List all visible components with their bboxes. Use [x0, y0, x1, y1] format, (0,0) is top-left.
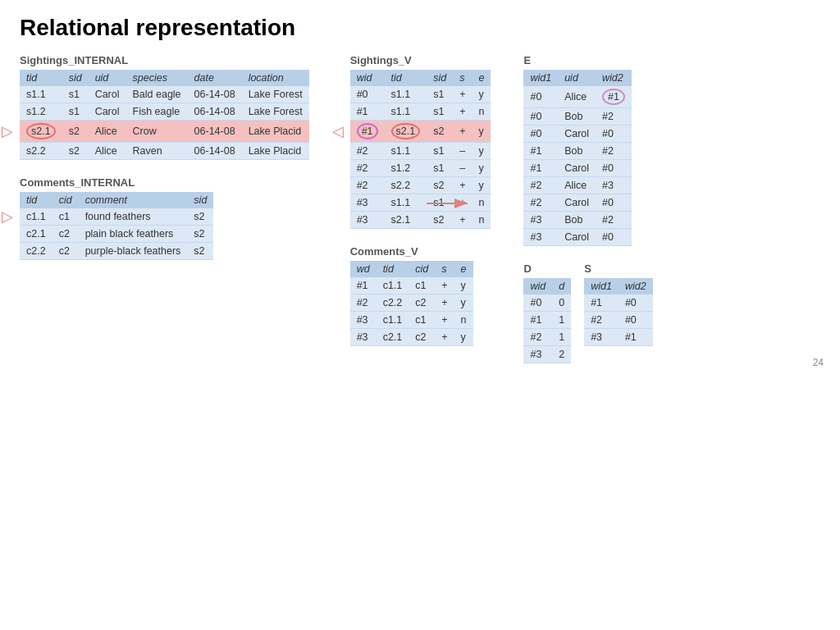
- e-table-section: E wid1 uid wid2 #0 Alice: [523, 54, 652, 246]
- col-wid1: wid1: [584, 278, 619, 294]
- page: Relational representation Sightings_INTE…: [0, 0, 840, 378]
- table-row: #3 #1: [584, 329, 652, 346]
- col-tid: tid: [377, 261, 409, 277]
- col-tid: tid: [20, 192, 52, 208]
- col-s: s: [435, 261, 454, 277]
- table-row: c2.2 c2 purple-black feathers s2: [20, 243, 213, 260]
- table-row: #3 s2.1 s2 + n: [350, 212, 491, 229]
- col-uid: uid: [89, 70, 126, 86]
- col-sid: sid: [62, 70, 89, 86]
- highlighted-row: #1 s2.1 ◁ s2 + y: [350, 121, 491, 143]
- d-table-section: D wid d #0 0: [523, 262, 571, 363]
- col-cid: cid: [409, 261, 435, 277]
- comments-internal-section: Comments_INTERNAL tid cid comment sid: [20, 176, 309, 260]
- comments-v-title: Comments_V: [350, 245, 491, 258]
- comments-v-table: wd tid cid s e #1 c1.1 c1 +: [350, 261, 473, 346]
- table-row: s2.2 s2 Alice Raven 06-14-08 Lake Placid: [20, 143, 309, 160]
- sightings-internal-table: tid sid uid species date location s1.1 s…: [20, 70, 309, 160]
- table-row: #2 1: [523, 329, 571, 346]
- col-wid1: wid1: [523, 70, 558, 86]
- table-row: #0 0: [523, 294, 571, 312]
- table-row: #1 Bob #2: [523, 143, 632, 160]
- col-cid: cid: [52, 192, 79, 208]
- col-location: location: [242, 70, 309, 86]
- col-wid: wid: [523, 278, 552, 294]
- sightings-v-section: Sightings_V wid tid sid s e #0: [350, 54, 491, 229]
- table-row: #1 1: [523, 312, 571, 329]
- d-table-title: D: [523, 262, 571, 275]
- s-table-title: S: [584, 262, 652, 275]
- sightings-v-table: wid tid sid s e #0 s1.1 s1 +: [350, 70, 491, 229]
- col-tid: tid: [20, 70, 62, 86]
- table-row: #3 2: [523, 346, 571, 363]
- col-e: e: [472, 70, 491, 86]
- table-row: #3 Bob #2: [523, 212, 632, 229]
- table-row: #2 Alice #3: [523, 177, 632, 194]
- col-wd: wd: [350, 261, 377, 277]
- col-comment: comment: [79, 192, 188, 208]
- table-row: s1.1 s1 Carol Bald eagle 06-14-08 Lake F…: [20, 86, 309, 103]
- sightings-internal-title: Sightings_INTERNAL: [20, 54, 309, 66]
- col-uid: uid: [558, 70, 596, 86]
- col-wid2: wid2: [619, 278, 653, 294]
- table-row: #2 s2.2 s2 + y: [350, 177, 491, 194]
- col-e: e: [454, 261, 473, 277]
- comments-v-section: Comments_V wd tid cid s e #1: [350, 245, 491, 346]
- e-table: wid1 uid wid2 #0 Alice #1: [523, 70, 632, 246]
- highlighted-row: c1.1 ▷ c1 found feathers s2: [20, 208, 213, 226]
- table-row: #3 c1.1 c1 + n: [350, 312, 473, 329]
- table-row: #1 c1.1 c1 + y: [350, 277, 473, 294]
- table-row: #1 Carol #0: [523, 160, 632, 177]
- table-row: #3 s1.1 s1 + n: [350, 194, 491, 212]
- comments-internal-title: Comments_INTERNAL: [20, 176, 309, 189]
- table-row: #3 Carol #0: [523, 229, 632, 246]
- table-row: #3 c2.1 c2 + y: [350, 329, 473, 346]
- col-wid2: wid2: [596, 70, 632, 86]
- table-row: #0 Bob #2: [523, 108, 632, 126]
- d-table: wid d #0 0 #1 1: [523, 278, 571, 363]
- table-row: #2 s1.2 s1 – y: [350, 160, 491, 177]
- col-tid: tid: [385, 70, 427, 86]
- d-s-tables-row: D wid d #0 0: [523, 262, 652, 363]
- col-sid: sid: [427, 70, 453, 86]
- table-row: #1 #0: [584, 294, 652, 312]
- s-table-section: S wid1 wid2 #1 #0: [584, 262, 652, 363]
- sightings-internal-section: Sightings_INTERNAL tid sid uid species d…: [20, 54, 309, 160]
- table-row: c2.1 c2 plain black feathers s2: [20, 226, 213, 243]
- col-d: d: [552, 278, 571, 294]
- page-title: Relational representation: [20, 15, 820, 41]
- s-table: wid1 wid2 #1 #0 #2 #0: [584, 278, 652, 346]
- col-species: species: [126, 70, 188, 86]
- col-s: s: [453, 70, 472, 86]
- sightings-v-title: Sightings_V: [350, 54, 491, 66]
- table-row: #1 s1.1 s1 + n: [350, 103, 491, 121]
- table-row: #2 #0: [584, 312, 652, 329]
- col-sid: sid: [187, 192, 213, 208]
- table-row: #0 Alice #1: [523, 86, 632, 108]
- col-date: date: [188, 70, 242, 86]
- table-row: s1.2 s1 Carol Fish eagle 06-14-08 Lake F…: [20, 103, 309, 121]
- table-row: #0 s1.1 s1 + y: [350, 86, 491, 103]
- highlighted-row: s2.1 ▷ s2 Alice Crow 06-14-08 Lake Placi…: [20, 121, 309, 143]
- comments-internal-table: tid cid comment sid c1.1 ▷ c1: [20, 192, 213, 260]
- e-table-title: E: [523, 54, 652, 66]
- table-row: #2 Carol #0: [523, 194, 632, 212]
- table-row: #0 Carol #0: [523, 126, 632, 143]
- col-wid: wid: [350, 70, 385, 86]
- table-row: #2 s1.1 s1 – y: [350, 143, 491, 160]
- page-number: 24: [813, 357, 824, 368]
- table-row: #2 c2.2 c2 + y: [350, 294, 473, 312]
